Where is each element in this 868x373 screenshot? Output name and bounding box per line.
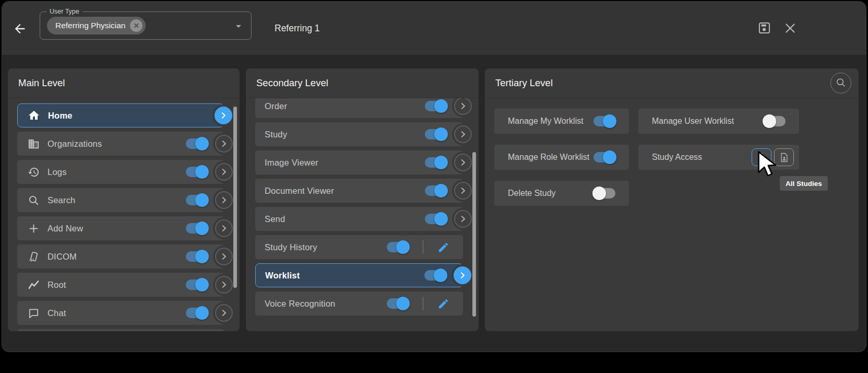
secondary-level-row-study-history[interactable]: Study History [255, 235, 463, 259]
toggle-knob [434, 127, 448, 141]
route-icon [27, 278, 40, 291]
secondary-level-row-study[interactable]: Study [255, 122, 463, 146]
top-bar: User Type Referring Physician ✕ Referrin… [2, 2, 866, 55]
toggle-on[interactable] [186, 223, 208, 234]
toggle-off[interactable] [593, 188, 615, 199]
toggle-on[interactable] [186, 279, 208, 290]
toggle-knob [195, 193, 209, 207]
main-level-row-home[interactable]: Home [17, 103, 224, 127]
toggle-on[interactable] [424, 270, 446, 281]
secondary-level-row-worklist[interactable]: Worklist [255, 263, 463, 287]
toggle-knob [396, 240, 410, 254]
main-level-row-organizations[interactable]: Organizations [17, 132, 224, 156]
toggle-on[interactable] [425, 157, 447, 168]
chevron-button[interactable] [215, 219, 233, 237]
row-label: Voice Recognition [265, 299, 336, 309]
search-icon [27, 194, 40, 206]
toggle-on[interactable] [186, 195, 208, 205]
toggle-on[interactable] [593, 116, 615, 126]
row-label: Study History [265, 242, 317, 252]
organization-icon [27, 137, 40, 150]
chevron-button[interactable] [454, 98, 472, 115]
card-label: Study Access [652, 153, 702, 162]
chevron-right-icon [219, 139, 229, 148]
divider [423, 240, 423, 254]
chevron-button[interactable] [215, 304, 233, 322]
back-button[interactable] [9, 21, 30, 38]
toggle-on[interactable] [186, 308, 208, 318]
chevron-button[interactable] [215, 107, 232, 124]
toggle-on[interactable] [425, 129, 447, 139]
chevron-button[interactable] [454, 154, 472, 171]
main-level-row-root[interactable]: Root [17, 273, 224, 297]
row-label: Root [47, 280, 66, 290]
chevron-button[interactable] [215, 135, 233, 153]
toggle-on[interactable] [186, 167, 208, 177]
secondary-level-row-voice-recognition[interactable]: Voice Recognition [255, 292, 463, 316]
row-controls [387, 297, 463, 310]
chevron-right-icon [458, 130, 468, 139]
toggle-on[interactable] [425, 101, 447, 111]
chip-remove-icon[interactable]: ✕ [130, 19, 142, 32]
toggle-on[interactable] [425, 214, 447, 224]
chevron-button[interactable] [215, 248, 233, 265]
user-type-select[interactable]: User Type Referring Physician ✕ [40, 11, 252, 40]
study-access-icon-group [752, 148, 794, 166]
toggle-knob [195, 165, 209, 179]
chevron-button[interactable] [215, 276, 233, 294]
chevron-button[interactable] [454, 266, 471, 284]
main-level-row-search[interactable]: Search [17, 188, 224, 212]
toggle-knob [195, 306, 209, 320]
toggle-on[interactable] [186, 251, 208, 262]
toggle-on[interactable] [387, 298, 409, 309]
main-level-row-add-new[interactable]: Add New [17, 216, 224, 240]
toggle-off[interactable] [764, 116, 786, 126]
edit-button[interactable] [437, 241, 449, 253]
toggle-knob [195, 222, 209, 235]
row-label: Order [265, 101, 287, 111]
secondary-level-row-document-viewer[interactable]: Document Viewer [255, 179, 463, 203]
main-level-row-chat[interactable]: Chat [17, 301, 224, 325]
chevron-button[interactable] [215, 163, 233, 181]
close-button[interactable] [781, 20, 799, 37]
chevron-right-icon [219, 280, 229, 289]
secondary-level-row-order[interactable]: Order [255, 98, 463, 118]
main-level-row-logs[interactable]: Logs [17, 160, 224, 184]
chevron-button[interactable] [454, 125, 472, 143]
chevron-right-icon [219, 195, 229, 205]
toggle-on[interactable] [387, 242, 409, 252]
app-window: User Type Referring Physician ✕ Referrin… [2, 1, 866, 352]
secondary-level-panel: Secondary Level OrderStudyImage ViewerDo… [246, 68, 479, 331]
tertiary-card-manage-my-worklist: Manage My Worklist [494, 109, 629, 134]
tertiary-search-button[interactable] [830, 73, 851, 94]
tertiary-card-manage-user-worklist: Manage User Worklist [638, 109, 799, 134]
document-button[interactable] [752, 148, 771, 166]
chevron-button[interactable] [454, 210, 472, 228]
secondary-level-row-send[interactable]: Send [255, 207, 463, 231]
row-label: Organizations [47, 139, 102, 149]
main-scrollbar[interactable] [233, 107, 237, 288]
arrow-back-icon [13, 21, 27, 38]
secondary-scrollbar[interactable] [472, 152, 476, 317]
chevron-button[interactable] [215, 191, 233, 209]
edit-button[interactable] [437, 298, 449, 310]
secondary-level-list: OrderStudyImage ViewerDocument ViewerSen… [246, 98, 479, 331]
toggle-knob [763, 114, 776, 128]
toggle-knob [434, 269, 447, 282]
save-button[interactable] [755, 20, 773, 37]
chevron-right-icon [458, 271, 467, 280]
toggle-on[interactable] [425, 185, 447, 196]
document-person-button[interactable] [774, 148, 794, 166]
row-label: Document Viewer [265, 186, 334, 196]
toggle-on[interactable] [593, 152, 615, 162]
tertiary-level-panel: Tertiary Level Manage My WorklistManage … [485, 68, 859, 331]
tertiary-card-study-access: Study Access [638, 145, 799, 170]
chevron-button[interactable] [454, 182, 472, 200]
pencil-icon [437, 298, 449, 310]
secondary-level-row-image-viewer[interactable]: Image Viewer [255, 150, 463, 174]
tertiary-card-manage-role-worklist: Manage Role Worklist [494, 145, 629, 170]
user-type-chip[interactable]: Referring Physician ✕ [47, 17, 146, 34]
toggle-on[interactable] [186, 138, 208, 149]
main-level-row-dicom[interactable]: DICOM [17, 244, 224, 269]
chevron-down-icon [232, 20, 245, 34]
